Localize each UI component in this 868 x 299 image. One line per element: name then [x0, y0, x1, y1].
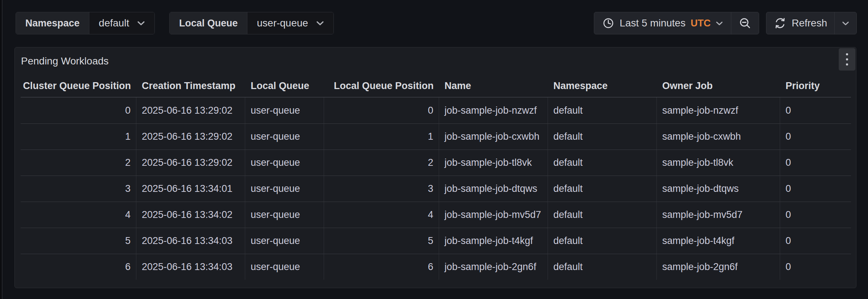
viewport-left-edge — [0, 0, 3, 299]
table-cell: 0 — [780, 124, 851, 150]
column-header-owner-job[interactable]: Owner Job — [657, 75, 780, 97]
refresh-interval-dropdown[interactable] — [834, 12, 856, 34]
local-queue-filter: Local Queue user-queue — [169, 12, 334, 34]
column-header-cluster-queue-position[interactable]: Cluster Queue Position — [21, 75, 136, 97]
table-cell: 3 — [21, 176, 136, 202]
namespace-filter-value[interactable]: default — [89, 12, 154, 34]
table-cell: user-queue — [245, 228, 324, 254]
table-row: 62025-06-16 13:34:03user-queue6job-sampl… — [21, 254, 851, 280]
table-body: 02025-06-16 13:29:02user-queue0job-sampl… — [21, 97, 851, 280]
chevron-down-icon — [842, 21, 849, 26]
table-cell: sample-job-nzwzf — [657, 97, 780, 123]
timezone-label: UTC — [690, 18, 711, 29]
table-row: 22025-06-16 13:29:02user-queue2job-sampl… — [21, 150, 851, 176]
table-cell: 5 — [21, 228, 136, 254]
table-cell: 3 — [324, 176, 439, 202]
local-queue-filter-value[interactable]: user-queue — [247, 12, 333, 34]
column-header-name[interactable]: Name — [439, 75, 548, 97]
local-queue-filter-label: Local Queue — [170, 12, 247, 34]
table-cell: 2025-06-16 13:29:02 — [136, 150, 245, 176]
column-header-priority[interactable]: Priority — [780, 75, 851, 97]
table-cell: 2025-06-16 13:34:01 — [136, 176, 245, 202]
time-controls: Last 5 minutes UTC — [594, 12, 857, 34]
table-cell: 0 — [780, 202, 851, 228]
zoom-out-time-button[interactable] — [731, 12, 759, 34]
table-cell: 2025-06-16 13:29:02 — [136, 97, 245, 123]
table-cell: 2025-06-16 13:34:03 — [136, 228, 245, 254]
time-picker-group: Last 5 minutes UTC — [594, 12, 759, 34]
clock-icon — [602, 17, 614, 29]
table-cell: default — [548, 124, 657, 150]
table-cell: job-sample-job-mv5d7 — [439, 202, 548, 228]
column-header-local-queue[interactable]: Local Queue — [245, 75, 324, 97]
refresh-label: Refresh — [792, 17, 827, 29]
table-cell: 0 — [21, 97, 136, 123]
table-cell: 2025-06-16 13:34:03 — [136, 254, 245, 280]
table-cell: 5 — [324, 228, 439, 254]
table-cell: 0 — [780, 228, 851, 254]
table-cell: sample-job-tl8vk — [657, 150, 780, 176]
dashboard-toolbar: Namespace default Local Queue user-queue — [16, 12, 857, 34]
table-cell: user-queue — [245, 176, 324, 202]
table-cell: default — [548, 97, 657, 123]
table-row: 52025-06-16 13:34:03user-queue5job-sampl… — [21, 228, 851, 254]
table-cell: 2 — [21, 150, 136, 176]
table-cell: sample-job-2gn6f — [657, 254, 780, 280]
table-cell: sample-job-t4kgf — [657, 228, 780, 254]
namespace-filter-selected: default — [99, 17, 129, 29]
table-cell: job-sample-job-nzwzf — [439, 97, 548, 123]
pending-workloads-panel: Pending Workloads Cluster Queue Position… — [14, 47, 856, 288]
table-cell: default — [548, 202, 657, 228]
table-cell: 6 — [21, 254, 136, 280]
table-cell: 4 — [21, 202, 136, 228]
refresh-button[interactable]: Refresh — [766, 12, 834, 34]
variable-filters: Namespace default Local Queue user-queue — [16, 12, 334, 34]
refresh-sync-icon — [774, 17, 787, 30]
table-cell: 4 — [324, 202, 439, 228]
table-cell: 1 — [324, 124, 439, 150]
table-cell: user-queue — [245, 254, 324, 280]
table-cell: default — [548, 254, 657, 280]
table-cell: 1 — [21, 124, 136, 150]
kebab-dot — [846, 63, 848, 66]
table-cell: 2025-06-16 13:34:02 — [136, 202, 245, 228]
table-cell: 0 — [780, 97, 851, 123]
table-cell: sample-job-dtqws — [657, 176, 780, 202]
namespace-filter-label: Namespace — [16, 12, 89, 34]
table-cell: sample-job-cxwbh — [657, 124, 780, 150]
column-header-creation-timestamp[interactable]: Creation Timestamp — [136, 75, 245, 97]
column-header-namespace[interactable]: Namespace — [548, 75, 657, 97]
panel-header[interactable]: Pending Workloads — [15, 47, 856, 75]
table-cell: 6 — [324, 254, 439, 280]
refresh-group: Refresh — [766, 12, 857, 34]
column-header-local-queue-position[interactable]: Local Queue Position — [324, 75, 439, 97]
table-cell: default — [548, 176, 657, 202]
table-cell: 0 — [324, 97, 439, 123]
table-cell: job-sample-job-t4kgf — [439, 228, 548, 254]
table-cell: 0 — [780, 176, 851, 202]
table-cell: job-sample-job-tl8vk — [439, 150, 548, 176]
table-cell: user-queue — [245, 97, 324, 123]
panel-title: Pending Workloads — [21, 55, 109, 67]
table-cell: job-sample-job-2gn6f — [439, 254, 548, 280]
kebab-dot — [846, 53, 848, 55]
panel-menu-button[interactable] — [839, 48, 855, 71]
time-range-button[interactable]: Last 5 minutes UTC — [594, 12, 731, 34]
chevron-down-icon — [316, 21, 324, 26]
table-row: 42025-06-16 13:34:02user-queue4job-sampl… — [21, 202, 851, 228]
pending-workloads-table: Cluster Queue PositionCreation Timestamp… — [21, 75, 851, 280]
local-queue-filter-selected: user-queue — [257, 17, 308, 29]
table-cell: 2025-06-16 13:29:02 — [136, 124, 245, 150]
namespace-filter: Namespace default — [16, 12, 155, 34]
table-cell: user-queue — [245, 124, 324, 150]
table-cell: default — [548, 150, 657, 176]
table-cell: default — [548, 228, 657, 254]
table-cell: sample-job-mv5d7 — [657, 202, 780, 228]
table-row: 32025-06-16 13:34:01user-queue3job-sampl… — [21, 176, 851, 202]
table-cell: 0 — [780, 150, 851, 176]
table-cell: job-sample-job-cxwbh — [439, 124, 548, 150]
magnifier-minus-icon — [739, 17, 752, 30]
table-row: 12025-06-16 13:29:02user-queue1job-sampl… — [21, 123, 851, 150]
chevron-down-icon — [137, 21, 145, 26]
table-cell: user-queue — [245, 202, 324, 228]
